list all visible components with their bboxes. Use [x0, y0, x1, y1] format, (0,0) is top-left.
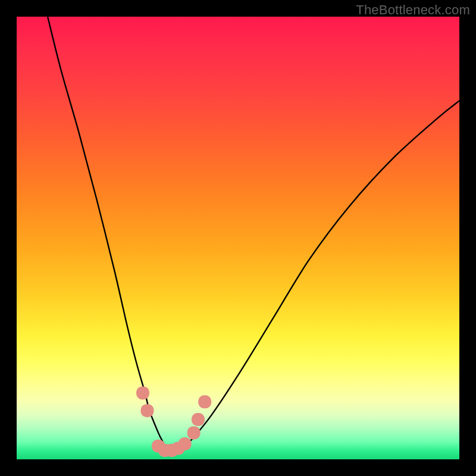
marker-bead	[178, 437, 192, 450]
highlight-beads	[136, 386, 211, 457]
marker-bead	[192, 413, 205, 426]
watermark-text: TheBottleneck.com	[356, 2, 470, 18]
marker-bead	[198, 395, 211, 408]
bottleneck-curve	[48, 17, 459, 451]
plot-area	[17, 17, 459, 459]
chart-frame: TheBottleneck.com	[0, 0, 476, 476]
marker-bead	[187, 426, 201, 439]
marker-bead	[136, 386, 149, 399]
curve-svg	[17, 17, 459, 459]
marker-bead	[141, 404, 154, 417]
